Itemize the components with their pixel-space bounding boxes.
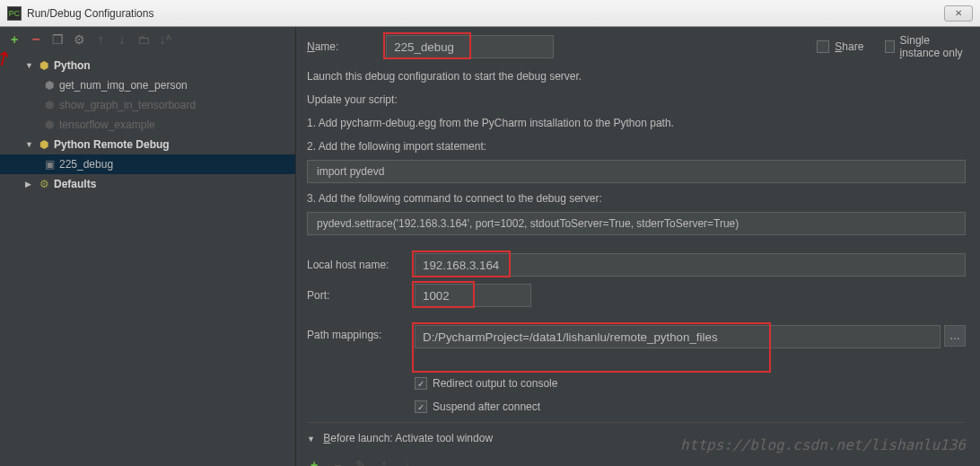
tree-item[interactable]: ⬢ show_graph_in_tensorboard bbox=[0, 95, 295, 115]
info-text: 1. Add pycharm-debug.egg from the PyChar… bbox=[307, 113, 966, 133]
name-label: Name: bbox=[307, 40, 386, 53]
tree-item-selected[interactable]: ▣ 225_debug bbox=[0, 154, 295, 174]
tree-item[interactable]: ⬢ tensorflow_example bbox=[0, 115, 295, 135]
name-input[interactable] bbox=[386, 35, 554, 58]
sidebar: ↗ + − ❐ ⚙ ↑ ↓ 🗀 ↓ᴬ ▼ ⬢ Python ⬢ get_num_… bbox=[0, 27, 296, 466]
titlebar: PC Run/Debug Configurations ✕ bbox=[0, 0, 980, 27]
tree-item-label: tensorflow_example bbox=[59, 119, 155, 131]
chevron-down-icon: ▼ bbox=[25, 140, 36, 149]
remove-icon[interactable]: − bbox=[330, 458, 345, 466]
run-config-icon: ⬢ bbox=[41, 79, 57, 92]
move-up-icon[interactable]: ↑ bbox=[93, 32, 108, 47]
tree-item-label: show_graph_in_tensorboard bbox=[59, 99, 196, 111]
tree-group-remote-debug[interactable]: ▼ ⬢ Python Remote Debug bbox=[0, 135, 295, 154]
run-config-icon: ▣ bbox=[41, 158, 57, 171]
single-instance-label: Single instance only bbox=[900, 34, 966, 59]
name-row: Name: Share Single instance only bbox=[307, 34, 966, 59]
share-checkbox[interactable] bbox=[817, 40, 829, 53]
info-text: 3. Add the following command to connect … bbox=[307, 189, 966, 208]
tree-item[interactable]: ⬢ get_num_img_one_person bbox=[0, 75, 295, 95]
suspend-label: Suspend after connect bbox=[433, 400, 540, 413]
move-up-icon[interactable]: ↑ bbox=[377, 458, 391, 466]
port-row: Port: bbox=[307, 284, 966, 307]
tree-item-label: 225_debug bbox=[59, 158, 113, 171]
run-config-icon: ⬢ bbox=[41, 119, 57, 131]
copy-icon[interactable]: ❐ bbox=[50, 32, 65, 47]
code-settrace: pydevd.settrace('192.168.3.164', port=10… bbox=[307, 212, 966, 235]
sidebar-toolbar: ↗ + − ❐ ⚙ ↑ ↓ 🗀 ↓ᴬ bbox=[0, 27, 295, 52]
host-row: Local host name: bbox=[307, 253, 966, 277]
settings-icon[interactable]: ⚙ bbox=[72, 32, 86, 47]
remove-icon[interactable]: − bbox=[29, 32, 43, 47]
suspend-checkbox[interactable]: ✓ bbox=[415, 400, 427, 413]
window-title: Run/Debug Configurations bbox=[27, 7, 153, 20]
before-launch-header[interactable]: ▼ Before launch: Activate tool window bbox=[307, 428, 966, 449]
add-icon[interactable]: + bbox=[7, 32, 22, 47]
info-text: 2. Add the following import statement: bbox=[307, 136, 966, 156]
python-icon: ⬢ bbox=[36, 138, 52, 151]
chevron-right-icon: ▶ bbox=[25, 180, 36, 189]
port-label: Port: bbox=[307, 289, 415, 302]
path-label: Path mappings: bbox=[307, 325, 415, 341]
suspend-row: ✓ Suspend after connect bbox=[415, 400, 966, 413]
chevron-down-icon: ▼ bbox=[307, 435, 315, 444]
redirect-row: ✓ Redirect output to console bbox=[415, 377, 966, 390]
tree-group-label: Python Remote Debug bbox=[54, 138, 170, 151]
add-icon[interactable]: + bbox=[307, 458, 321, 466]
before-launch-toolbar: + − ✎ ↑ ↓ bbox=[307, 453, 966, 466]
sort-icon[interactable]: ↓ᴬ bbox=[158, 32, 172, 47]
content-panel: Name: Share Single instance only Launch … bbox=[296, 27, 980, 466]
port-input[interactable] bbox=[415, 284, 531, 307]
edit-icon[interactable]: ✎ bbox=[354, 458, 368, 466]
gear-icon: ⚙ bbox=[36, 178, 52, 190]
host-label: Local host name: bbox=[307, 259, 415, 271]
redirect-checkbox[interactable]: ✓ bbox=[415, 377, 427, 390]
run-config-icon: ⬢ bbox=[41, 99, 57, 111]
tree-group-label: Defaults bbox=[54, 178, 96, 190]
move-down-icon[interactable]: ↓ bbox=[400, 458, 415, 466]
path-input[interactable] bbox=[415, 325, 941, 348]
tree-group-label: Python bbox=[54, 59, 91, 72]
config-tree: ▼ ⬢ Python ⬢ get_num_img_one_person ⬢ sh… bbox=[0, 52, 295, 466]
info-text: Update your script: bbox=[307, 90, 966, 110]
python-icon: ⬢ bbox=[36, 59, 52, 72]
code-import: import pydevd bbox=[307, 160, 966, 183]
info-text: Launch this debug configuration to start… bbox=[307, 66, 966, 86]
tree-group-defaults[interactable]: ▶ ⚙ Defaults bbox=[0, 174, 295, 194]
folder-icon[interactable]: 🗀 bbox=[136, 32, 151, 47]
browse-button[interactable]: … bbox=[944, 325, 966, 347]
single-instance-checkbox[interactable] bbox=[885, 40, 894, 53]
path-row: Path mappings: … bbox=[307, 325, 966, 348]
main: ↗ + − ❐ ⚙ ↑ ↓ 🗀 ↓ᴬ ▼ ⬢ Python ⬢ get_num_… bbox=[0, 27, 980, 466]
app-icon: PC bbox=[7, 6, 22, 21]
move-down-icon[interactable]: ↓ bbox=[115, 32, 129, 47]
tree-item-label: get_num_img_one_person bbox=[59, 79, 188, 92]
redirect-label: Redirect output to console bbox=[433, 377, 557, 390]
share-label: Share bbox=[835, 40, 863, 53]
tree-group-python[interactable]: ▼ ⬢ Python bbox=[0, 56, 295, 75]
separator bbox=[307, 422, 966, 423]
host-input[interactable] bbox=[415, 253, 966, 277]
chevron-down-icon: ▼ bbox=[25, 61, 36, 70]
close-button[interactable]: ✕ bbox=[944, 5, 973, 22]
